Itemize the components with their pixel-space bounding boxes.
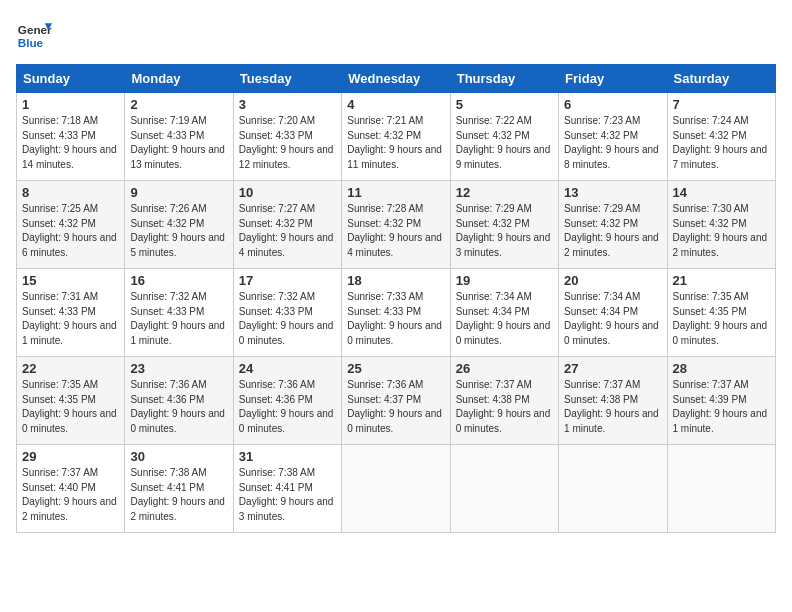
day-number: 25 <box>347 361 444 376</box>
day-info: Sunrise: 7:29 AM Sunset: 4:32 PM Dayligh… <box>564 202 661 260</box>
calendar-cell: 5 Sunrise: 7:22 AM Sunset: 4:32 PM Dayli… <box>450 93 558 181</box>
weekday-header-thursday: Thursday <box>450 65 558 93</box>
day-number: 19 <box>456 273 553 288</box>
day-info: Sunrise: 7:38 AM Sunset: 4:41 PM Dayligh… <box>239 466 336 524</box>
calendar-cell: 6 Sunrise: 7:23 AM Sunset: 4:32 PM Dayli… <box>559 93 667 181</box>
day-number: 23 <box>130 361 227 376</box>
day-number: 16 <box>130 273 227 288</box>
day-info: Sunrise: 7:30 AM Sunset: 4:32 PM Dayligh… <box>673 202 770 260</box>
calendar-cell <box>450 445 558 533</box>
day-info: Sunrise: 7:25 AM Sunset: 4:32 PM Dayligh… <box>22 202 119 260</box>
day-info: Sunrise: 7:32 AM Sunset: 4:33 PM Dayligh… <box>130 290 227 348</box>
calendar-cell: 4 Sunrise: 7:21 AM Sunset: 4:32 PM Dayli… <box>342 93 450 181</box>
day-info: Sunrise: 7:23 AM Sunset: 4:32 PM Dayligh… <box>564 114 661 172</box>
calendar-cell: 15 Sunrise: 7:31 AM Sunset: 4:33 PM Dayl… <box>17 269 125 357</box>
calendar-table: SundayMondayTuesdayWednesdayThursdayFrid… <box>16 64 776 533</box>
day-info: Sunrise: 7:35 AM Sunset: 4:35 PM Dayligh… <box>22 378 119 436</box>
day-info: Sunrise: 7:37 AM Sunset: 4:38 PM Dayligh… <box>564 378 661 436</box>
calendar-cell: 2 Sunrise: 7:19 AM Sunset: 4:33 PM Dayli… <box>125 93 233 181</box>
calendar-cell: 27 Sunrise: 7:37 AM Sunset: 4:38 PM Dayl… <box>559 357 667 445</box>
calendar-cell: 8 Sunrise: 7:25 AM Sunset: 4:32 PM Dayli… <box>17 181 125 269</box>
weekday-header-saturday: Saturday <box>667 65 775 93</box>
calendar-cell: 13 Sunrise: 7:29 AM Sunset: 4:32 PM Dayl… <box>559 181 667 269</box>
calendar-cell: 9 Sunrise: 7:26 AM Sunset: 4:32 PM Dayli… <box>125 181 233 269</box>
day-info: Sunrise: 7:31 AM Sunset: 4:33 PM Dayligh… <box>22 290 119 348</box>
calendar-cell: 28 Sunrise: 7:37 AM Sunset: 4:39 PM Dayl… <box>667 357 775 445</box>
logo-icon: General Blue <box>16 16 52 52</box>
day-info: Sunrise: 7:33 AM Sunset: 4:33 PM Dayligh… <box>347 290 444 348</box>
day-number: 10 <box>239 185 336 200</box>
day-info: Sunrise: 7:34 AM Sunset: 4:34 PM Dayligh… <box>564 290 661 348</box>
day-number: 22 <box>22 361 119 376</box>
day-number: 12 <box>456 185 553 200</box>
day-number: 11 <box>347 185 444 200</box>
weekday-header-sunday: Sunday <box>17 65 125 93</box>
calendar-cell <box>342 445 450 533</box>
weekday-header-friday: Friday <box>559 65 667 93</box>
day-info: Sunrise: 7:22 AM Sunset: 4:32 PM Dayligh… <box>456 114 553 172</box>
weekday-header-monday: Monday <box>125 65 233 93</box>
day-info: Sunrise: 7:36 AM Sunset: 4:36 PM Dayligh… <box>130 378 227 436</box>
day-number: 29 <box>22 449 119 464</box>
calendar-cell: 17 Sunrise: 7:32 AM Sunset: 4:33 PM Dayl… <box>233 269 341 357</box>
day-number: 21 <box>673 273 770 288</box>
calendar-cell: 23 Sunrise: 7:36 AM Sunset: 4:36 PM Dayl… <box>125 357 233 445</box>
day-number: 9 <box>130 185 227 200</box>
day-number: 24 <box>239 361 336 376</box>
day-info: Sunrise: 7:24 AM Sunset: 4:32 PM Dayligh… <box>673 114 770 172</box>
calendar-cell: 30 Sunrise: 7:38 AM Sunset: 4:41 PM Dayl… <box>125 445 233 533</box>
calendar-week-row: 29 Sunrise: 7:37 AM Sunset: 4:40 PM Dayl… <box>17 445 776 533</box>
calendar-cell: 26 Sunrise: 7:37 AM Sunset: 4:38 PM Dayl… <box>450 357 558 445</box>
calendar-cell: 24 Sunrise: 7:36 AM Sunset: 4:36 PM Dayl… <box>233 357 341 445</box>
day-info: Sunrise: 7:27 AM Sunset: 4:32 PM Dayligh… <box>239 202 336 260</box>
calendar-cell: 20 Sunrise: 7:34 AM Sunset: 4:34 PM Dayl… <box>559 269 667 357</box>
day-number: 27 <box>564 361 661 376</box>
day-info: Sunrise: 7:38 AM Sunset: 4:41 PM Dayligh… <box>130 466 227 524</box>
day-number: 4 <box>347 97 444 112</box>
day-info: Sunrise: 7:37 AM Sunset: 4:40 PM Dayligh… <box>22 466 119 524</box>
calendar-cell: 11 Sunrise: 7:28 AM Sunset: 4:32 PM Dayl… <box>342 181 450 269</box>
day-info: Sunrise: 7:18 AM Sunset: 4:33 PM Dayligh… <box>22 114 119 172</box>
calendar-cell: 19 Sunrise: 7:34 AM Sunset: 4:34 PM Dayl… <box>450 269 558 357</box>
calendar-cell: 1 Sunrise: 7:18 AM Sunset: 4:33 PM Dayli… <box>17 93 125 181</box>
day-info: Sunrise: 7:35 AM Sunset: 4:35 PM Dayligh… <box>673 290 770 348</box>
day-info: Sunrise: 7:37 AM Sunset: 4:39 PM Dayligh… <box>673 378 770 436</box>
day-number: 2 <box>130 97 227 112</box>
day-info: Sunrise: 7:32 AM Sunset: 4:33 PM Dayligh… <box>239 290 336 348</box>
calendar-week-row: 15 Sunrise: 7:31 AM Sunset: 4:33 PM Dayl… <box>17 269 776 357</box>
calendar-cell: 31 Sunrise: 7:38 AM Sunset: 4:41 PM Dayl… <box>233 445 341 533</box>
day-number: 8 <box>22 185 119 200</box>
day-number: 26 <box>456 361 553 376</box>
weekday-header-row: SundayMondayTuesdayWednesdayThursdayFrid… <box>17 65 776 93</box>
day-number: 30 <box>130 449 227 464</box>
day-number: 31 <box>239 449 336 464</box>
day-info: Sunrise: 7:19 AM Sunset: 4:33 PM Dayligh… <box>130 114 227 172</box>
calendar-cell: 29 Sunrise: 7:37 AM Sunset: 4:40 PM Dayl… <box>17 445 125 533</box>
day-number: 17 <box>239 273 336 288</box>
calendar-cell: 22 Sunrise: 7:35 AM Sunset: 4:35 PM Dayl… <box>17 357 125 445</box>
calendar-cell: 3 Sunrise: 7:20 AM Sunset: 4:33 PM Dayli… <box>233 93 341 181</box>
day-number: 20 <box>564 273 661 288</box>
weekday-header-tuesday: Tuesday <box>233 65 341 93</box>
calendar-cell: 7 Sunrise: 7:24 AM Sunset: 4:32 PM Dayli… <box>667 93 775 181</box>
day-info: Sunrise: 7:26 AM Sunset: 4:32 PM Dayligh… <box>130 202 227 260</box>
calendar-cell: 16 Sunrise: 7:32 AM Sunset: 4:33 PM Dayl… <box>125 269 233 357</box>
day-info: Sunrise: 7:36 AM Sunset: 4:36 PM Dayligh… <box>239 378 336 436</box>
day-number: 13 <box>564 185 661 200</box>
day-info: Sunrise: 7:34 AM Sunset: 4:34 PM Dayligh… <box>456 290 553 348</box>
calendar-week-row: 1 Sunrise: 7:18 AM Sunset: 4:33 PM Dayli… <box>17 93 776 181</box>
day-number: 5 <box>456 97 553 112</box>
weekday-header-wednesday: Wednesday <box>342 65 450 93</box>
calendar-cell: 18 Sunrise: 7:33 AM Sunset: 4:33 PM Dayl… <box>342 269 450 357</box>
calendar-cell: 21 Sunrise: 7:35 AM Sunset: 4:35 PM Dayl… <box>667 269 775 357</box>
day-info: Sunrise: 7:20 AM Sunset: 4:33 PM Dayligh… <box>239 114 336 172</box>
calendar-cell: 14 Sunrise: 7:30 AM Sunset: 4:32 PM Dayl… <box>667 181 775 269</box>
calendar-body: 1 Sunrise: 7:18 AM Sunset: 4:33 PM Dayli… <box>17 93 776 533</box>
calendar-week-row: 8 Sunrise: 7:25 AM Sunset: 4:32 PM Dayli… <box>17 181 776 269</box>
day-number: 15 <box>22 273 119 288</box>
day-number: 14 <box>673 185 770 200</box>
calendar-cell: 25 Sunrise: 7:36 AM Sunset: 4:37 PM Dayl… <box>342 357 450 445</box>
calendar-cell: 12 Sunrise: 7:29 AM Sunset: 4:32 PM Dayl… <box>450 181 558 269</box>
calendar-cell <box>667 445 775 533</box>
calendar-week-row: 22 Sunrise: 7:35 AM Sunset: 4:35 PM Dayl… <box>17 357 776 445</box>
